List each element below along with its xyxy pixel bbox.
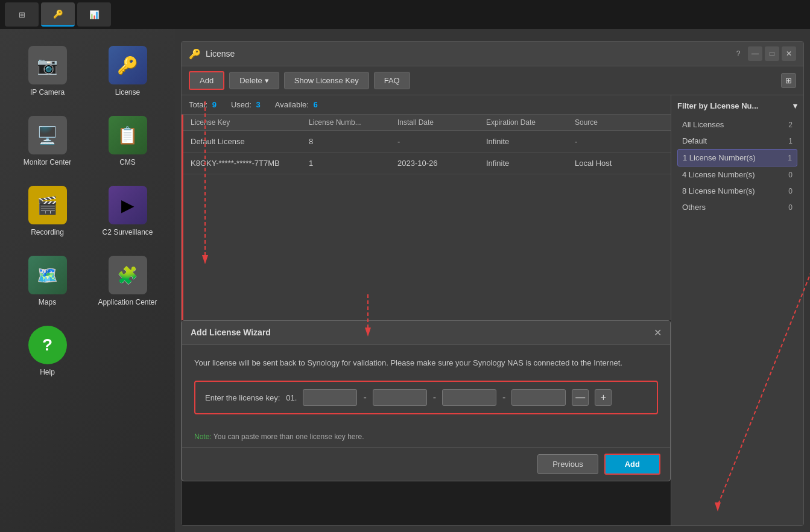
license-label: License (115, 88, 140, 97)
c2-icon: ▶ (109, 186, 147, 224)
recording-icon: 🎬 (28, 186, 67, 224)
license-icon-title: 🔑 (189, 48, 201, 60)
table-row[interactable]: K8GKY-*****-*****-7T7MB 1 2023-10-26 Inf… (183, 153, 671, 174)
maximize-button[interactable]: □ (765, 46, 779, 61)
close-button[interactable]: ✕ (782, 46, 796, 61)
entry-label: Enter the license key: (205, 393, 280, 402)
wizard-note: Note: You can paste more than one licens… (182, 426, 670, 447)
grid-view-button[interactable]: ⊞ (781, 73, 796, 88)
remove-key-button[interactable]: — (572, 389, 589, 406)
desktop-icon-maps[interactable]: 🗺️ Maps (12, 251, 83, 311)
wizard-close-button[interactable]: ✕ (654, 327, 662, 338)
filter-item-8-license[interactable]: 8 License Number(s) 0 (677, 183, 797, 199)
col-install-date: Install Date (397, 118, 486, 127)
row2-install: 2023-10-26 (397, 159, 486, 168)
previous-button[interactable]: Previous (537, 454, 598, 474)
wizard-overlay: Add License Wizard ✕ Your license will b… (182, 320, 671, 526)
license-icon: 🔑 (109, 46, 147, 84)
desktop-icon-license[interactable]: 🔑 License (92, 41, 163, 101)
filter-item-all[interactable]: All Licenses 2 (677, 116, 797, 133)
desktop-icon-cms[interactable]: 📋 CMS (92, 111, 163, 171)
filter-4lic-label: 4 License Number(s) (682, 170, 755, 179)
row2-key: K8GKY-*****-*****-7T7MB (191, 159, 309, 168)
table-row[interactable]: Default License 8 - Infinite - (183, 131, 671, 153)
note-label: Note: (194, 432, 212, 441)
filter-item-1-license[interactable]: 1 License Number(s) 1 (677, 149, 797, 166)
filter-1lic-count: 1 (788, 154, 792, 162)
help-label: Help (40, 368, 55, 376)
separator-1: - (363, 392, 366, 403)
taskbar-monitor-btn[interactable]: 📊 (77, 2, 111, 27)
row2-source: Local Host (575, 159, 663, 168)
desktop-icon-appcenter[interactable]: 🧩 Application Center (92, 251, 163, 311)
separator-2: - (433, 392, 436, 403)
key-input-4[interactable] (511, 389, 566, 406)
delete-label: Delete (239, 76, 262, 85)
ip-camera-label: IP Camera (30, 88, 65, 97)
window-titlebar: 🔑 License ? — □ ✕ (182, 42, 803, 66)
window-controls: ? — □ ✕ (731, 46, 796, 61)
col-license-key: License Key (191, 118, 309, 127)
desktop-icon-help[interactable]: ? Help (12, 321, 83, 381)
taskbar-key-btn[interactable]: 🔑 (41, 2, 75, 27)
filter-item-4-license[interactable]: 4 License Number(s) 0 (677, 166, 797, 183)
desktop-icon-recording[interactable]: 🎬 Recording (12, 181, 83, 241)
key-input-1[interactable] (303, 389, 357, 406)
delete-button[interactable]: Delete ▾ (229, 72, 279, 89)
wizard-modal: Add License Wizard ✕ Your license will b… (182, 320, 671, 482)
wizard-title: Add License Wizard (191, 328, 654, 337)
license-table: License Key License Numb... Install Date… (182, 115, 671, 320)
right-filter-panel: Filter by License Nu... ▾ All Licenses 2… (671, 95, 803, 525)
row1-key: Default License (191, 137, 309, 146)
license-body: Total: 9 Used: 3 Available: 6 Lice (182, 95, 803, 525)
filter-1lic-label: 1 License Number(s) (683, 153, 756, 162)
monitor-center-icon: 🖥️ (28, 116, 67, 154)
faq-button[interactable]: FAQ (374, 72, 410, 89)
used-stat: Used: 3 (231, 100, 261, 109)
desktop: 📷 IP Camera 🔑 License 🖥️ Monitor Center … (0, 29, 175, 532)
filter-title: Filter by License Nu... (677, 101, 758, 110)
row1-install: - (397, 137, 486, 146)
wizard-add-button[interactable]: Add (604, 454, 660, 475)
wizard-body: Your license will be sent back to Synolo… (182, 345, 670, 427)
filter-8lic-label: 8 License Number(s) (682, 186, 755, 195)
add-button[interactable]: Add (189, 71, 224, 90)
desktop-icon-monitor-center[interactable]: 🖥️ Monitor Center (12, 111, 83, 171)
cms-label: CMS (119, 158, 136, 166)
filter-4lic-count: 0 (788, 171, 793, 179)
key-input-3[interactable] (442, 389, 496, 406)
key-input-2[interactable] (373, 389, 427, 406)
recording-label: Recording (31, 228, 64, 236)
taskbar: ⊞ 🔑 📊 (0, 0, 810, 29)
filter-others-count: 0 (788, 203, 793, 212)
total-stat: Total: 9 (189, 100, 217, 109)
add-key-button[interactable]: + (595, 389, 612, 406)
row2-number: 1 (309, 159, 397, 168)
filter-item-default[interactable]: Default 1 (677, 133, 797, 149)
window-title: License (206, 49, 726, 59)
taskbar-grid-btn[interactable]: ⊞ (5, 2, 39, 27)
filter-item-others[interactable]: Others 0 (677, 199, 797, 215)
license-window: 🔑 License ? — □ ✕ Add Delete ▾ Show Lice… (181, 41, 804, 526)
toolbar: Add Delete ▾ Show License Key FAQ ⊞ (182, 66, 803, 95)
col-license-num: License Numb... (309, 118, 397, 127)
stats-bar: Total: 9 Used: 3 Available: 6 (182, 95, 671, 115)
col-source: Source (575, 118, 663, 127)
wizard-titlebar: Add License Wizard ✕ (182, 321, 670, 345)
maps-icon: 🗺️ (28, 256, 67, 294)
filter-8lic-count: 0 (788, 187, 793, 195)
help-button[interactable]: ? (731, 46, 745, 61)
show-license-key-button[interactable]: Show License Key (284, 72, 369, 89)
desktop-icon-c2[interactable]: ▶ C2 Surveillance (92, 181, 163, 241)
minimize-button[interactable]: — (748, 46, 762, 61)
main-content: 🔑 License ? — □ ✕ Add Delete ▾ Show Lice… (175, 29, 810, 532)
filter-others-label: Others (682, 203, 706, 212)
desktop-icon-ip-camera[interactable]: 📷 IP Camera (12, 41, 83, 101)
row1-source: - (575, 137, 663, 146)
separator-3: - (502, 392, 505, 403)
wizard-description: Your license will be sent back to Synolo… (194, 357, 658, 369)
c2-label: C2 Surveillance (102, 228, 153, 236)
row2-expiration: Infinite (486, 159, 575, 168)
entry-number: 01. (286, 393, 297, 402)
license-main: Total: 9 Used: 3 Available: 6 Lice (182, 95, 671, 525)
